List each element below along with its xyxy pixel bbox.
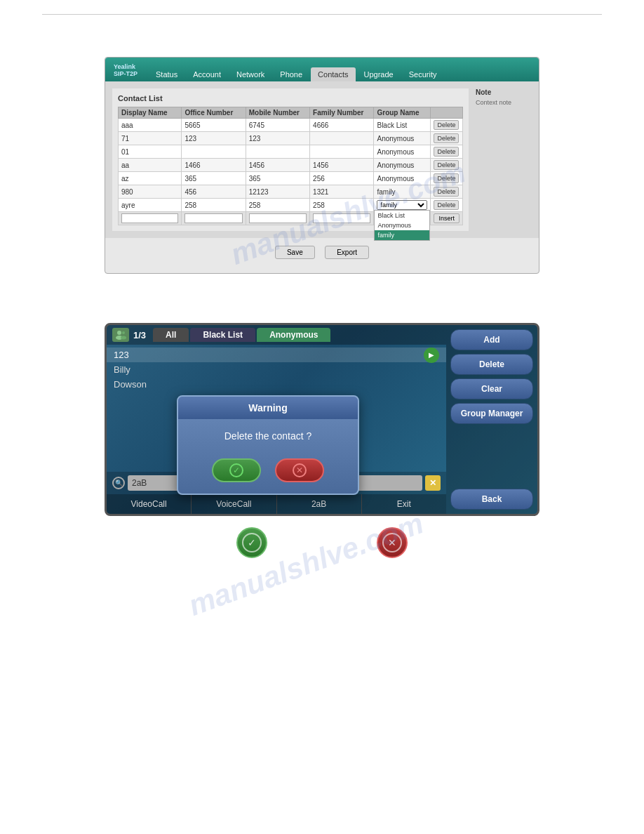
dropdown-menu[interactable]: Black List Anonymous family bbox=[374, 210, 430, 241]
delete-button[interactable]: Delete bbox=[434, 200, 459, 210]
insert-button[interactable]: Insert bbox=[434, 213, 459, 223]
warning-dialog: Warning Delete the contact ? ✓ ✕ bbox=[177, 395, 359, 495]
bottom-2ab[interactable]: 2aB bbox=[277, 494, 362, 514]
back-button[interactable]: Back bbox=[450, 489, 533, 510]
web-ui-panel: Yealink SIP-T2P Status Account Network P… bbox=[105, 57, 539, 274]
cancel-icon-large[interactable]: ✕ bbox=[377, 527, 408, 558]
logo-text: Yealink bbox=[114, 63, 137, 70]
contacts-icon bbox=[112, 328, 129, 342]
col-group: Group Name bbox=[374, 107, 431, 119]
cell-group: Black List bbox=[374, 119, 431, 132]
bottom-exit[interactable]: Exit bbox=[362, 494, 446, 514]
cell-group: family bbox=[374, 185, 431, 199]
col-display-name: Display Name bbox=[119, 107, 182, 119]
cell-delete: Delete bbox=[431, 185, 463, 199]
cell-delete: Delete bbox=[431, 119, 463, 132]
phone-header: 1/3 All Black List Anonymous bbox=[107, 325, 446, 345]
play-button[interactable]: ▶ bbox=[424, 348, 439, 363]
cell-mobile bbox=[246, 145, 309, 159]
warning-confirm-button[interactable]: ✓ bbox=[212, 458, 261, 482]
cell-group-dropdown[interactable]: family Black List Anonymous Black List A… bbox=[374, 199, 431, 212]
insert-action-cell: Insert bbox=[431, 212, 463, 225]
cell-mobile: 12123 bbox=[246, 185, 309, 199]
delete-button[interactable]: Delete bbox=[434, 147, 459, 157]
tab-account[interactable]: Account bbox=[186, 67, 228, 81]
table-row: aaa 5665 6745 4666 Black List Delete bbox=[119, 119, 463, 132]
warning-message: Delete the contact ? bbox=[178, 419, 358, 453]
cell-delete: Delete bbox=[431, 199, 463, 212]
delete-button[interactable]: Delete bbox=[434, 160, 459, 170]
checkmark-large-icon: ✓ bbox=[242, 533, 262, 552]
clear-button[interactable]: Clear bbox=[450, 378, 533, 399]
cell-family: 1321 bbox=[310, 185, 374, 199]
insert-family-input[interactable] bbox=[313, 213, 370, 223]
tab-blacklist[interactable]: Black List bbox=[190, 328, 255, 342]
contact-list-panel: Contact List Display Name Office Number … bbox=[112, 88, 469, 231]
cell-delete: Delete bbox=[431, 132, 463, 145]
delete-button[interactable]: Delete bbox=[434, 173, 459, 183]
insert-name-input[interactable] bbox=[121, 213, 178, 223]
delete-button[interactable]: Delete bbox=[450, 354, 533, 375]
warning-buttons: ✓ ✕ bbox=[178, 453, 358, 494]
delete-button[interactable]: Delete bbox=[434, 133, 459, 143]
cell-delete: Delete bbox=[431, 172, 463, 185]
contact-row-123[interactable]: 123 ▶ bbox=[107, 348, 446, 362]
contact-row-dowson[interactable]: Dowson bbox=[107, 377, 446, 392]
tab-security[interactable]: Security bbox=[402, 67, 444, 81]
table-row: ayre 258 258 258 family Black List Anony… bbox=[119, 199, 463, 212]
tab-status[interactable]: Status bbox=[149, 67, 185, 81]
web-footer: Save Export bbox=[105, 245, 539, 259]
insert-office-input[interactable] bbox=[185, 213, 242, 223]
dropdown-option-family[interactable]: family bbox=[375, 230, 429, 240]
insert-family-cell[interactable] bbox=[310, 212, 374, 225]
contact-name: Billy bbox=[114, 364, 130, 375]
cell-group: Anonymous bbox=[374, 172, 431, 185]
clear-search-button[interactable]: ✕ bbox=[425, 475, 441, 491]
warning-cancel-button[interactable]: ✕ bbox=[275, 458, 324, 482]
confirm-icon-large[interactable]: ✓ bbox=[236, 527, 267, 558]
cell-office: 365 bbox=[182, 172, 246, 185]
phone-sidebar: Add Delete Clear Group Manager Back bbox=[446, 325, 537, 514]
cell-name: aa bbox=[119, 159, 182, 172]
bottom-videocall[interactable]: VideoCall bbox=[107, 494, 192, 514]
cell-mobile: 1456 bbox=[246, 159, 309, 172]
insert-mobile-cell[interactable] bbox=[246, 212, 309, 225]
bottom-icons-row: ✓ ✕ bbox=[182, 527, 462, 558]
cell-office: 456 bbox=[182, 185, 246, 199]
bottom-voicecall[interactable]: VoiceCall bbox=[192, 494, 276, 514]
group-manager-button[interactable]: Group Manager bbox=[450, 403, 533, 424]
cell-group: Anonymous bbox=[374, 159, 431, 172]
cell-name: 01 bbox=[119, 145, 182, 159]
contact-name: 123 bbox=[114, 350, 129, 360]
export-button[interactable]: Export bbox=[325, 246, 369, 259]
contact-table: Display Name Office Number Mobile Number… bbox=[118, 107, 463, 225]
delete-button[interactable]: Delete bbox=[434, 187, 459, 197]
group-select[interactable]: family Black List Anonymous bbox=[377, 200, 427, 210]
checkmark-icon: ✓ bbox=[229, 463, 243, 477]
cell-office: 258 bbox=[182, 199, 246, 212]
save-button[interactable]: Save bbox=[275, 246, 315, 259]
web-content: Contact List Display Name Office Number … bbox=[105, 81, 539, 238]
table-row: 980 456 12123 1321 family Delete bbox=[119, 185, 463, 199]
insert-office-cell[interactable] bbox=[182, 212, 246, 225]
insert-mobile-input[interactable] bbox=[249, 213, 307, 223]
cell-office: 1466 bbox=[182, 159, 246, 172]
tab-phone[interactable]: Phone bbox=[273, 67, 309, 81]
cell-name: 980 bbox=[119, 185, 182, 199]
tab-contacts[interactable]: Contacts bbox=[311, 67, 355, 81]
add-button[interactable]: Add bbox=[450, 329, 533, 350]
dropdown-option-blacklist[interactable]: Black List bbox=[375, 211, 429, 220]
dropdown-option-anonymous[interactable]: Anonymous bbox=[375, 220, 429, 230]
tab-network[interactable]: Network bbox=[229, 67, 271, 81]
phone-screen: 1/3 All Black List Anonymous 123 ▶ Billy bbox=[105, 323, 539, 516]
insert-name-cell[interactable] bbox=[119, 212, 182, 225]
col-family: Family Number bbox=[310, 107, 374, 119]
contact-row-billy[interactable]: Billy bbox=[107, 362, 446, 377]
search-icon: 🔍 bbox=[112, 477, 125, 489]
delete-button[interactable]: Delete bbox=[434, 120, 459, 130]
svg-point-2 bbox=[122, 331, 125, 334]
tab-all[interactable]: All bbox=[153, 328, 189, 342]
tab-upgrade[interactable]: Upgrade bbox=[357, 67, 401, 81]
note-title: Note bbox=[476, 88, 532, 96]
tab-anonymous[interactable]: Anonymous bbox=[257, 328, 330, 342]
